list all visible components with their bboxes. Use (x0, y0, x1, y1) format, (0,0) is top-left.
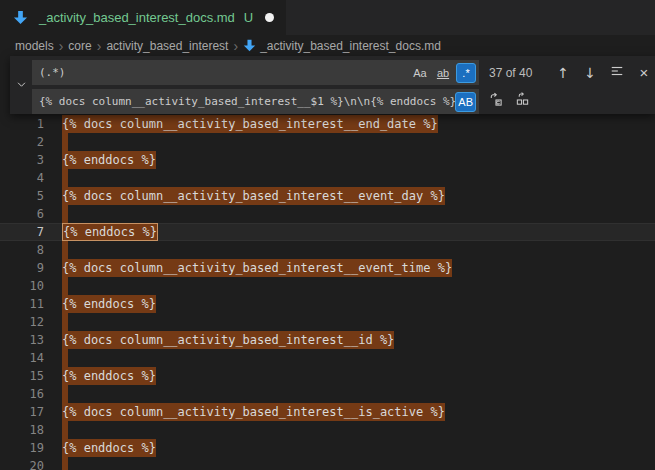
find-match-highlight (62, 421, 68, 439)
line-number: 10 (0, 277, 44, 295)
vscode-window: _activity_based_interest_docs.md U model… (0, 0, 655, 470)
find-match-highlight (62, 169, 68, 187)
whole-word-button[interactable]: ab (433, 63, 453, 83)
tab-bar: _activity_based_interest_docs.md U (0, 0, 655, 35)
editor-line[interactable]: 2 (0, 133, 655, 151)
line-number: 20 (0, 457, 44, 470)
line-number: 3 (0, 151, 44, 169)
line-number: 15 (0, 367, 44, 385)
find-match-highlight (62, 241, 68, 259)
editor-line[interactable]: 16 (0, 385, 655, 403)
find-match-highlight (62, 277, 68, 295)
editor-line[interactable]: 14 (0, 349, 655, 367)
find-row: (.*) Aa ab .* 37 of 40 ↑ ↓ × (32, 60, 655, 85)
line-number: 19 (0, 439, 44, 457)
find-match-highlight: {% enddocs %} (62, 151, 156, 169)
line-number: 8 (0, 241, 44, 259)
line-number: 1 (0, 115, 44, 133)
find-match-highlight: {% enddocs %} (62, 367, 156, 385)
line-number: 6 (0, 205, 44, 223)
markdown-file-icon (13, 10, 28, 25)
breadcrumb: models › core › activity_based_interest … (0, 35, 655, 56)
line-number: 9 (0, 259, 44, 277)
find-match-highlight: {% docs column__activity_based_interest_… (62, 115, 438, 133)
chevron-right-icon: › (233, 40, 238, 52)
editor-line[interactable]: 8 (0, 241, 655, 259)
replace-button[interactable] (484, 91, 506, 113)
breadcrumb-item-core[interactable]: core (68, 39, 91, 53)
chevron-right-icon: › (97, 40, 102, 52)
line-number: 5 (0, 187, 44, 205)
previous-match-button[interactable]: ↑ (552, 62, 574, 84)
editor-line[interactable]: 1{% docs column__activity_based_interest… (0, 115, 655, 133)
replace-row: {% docs column__activity_based_interest_… (32, 89, 655, 114)
editor-line[interactable]: 18 (0, 421, 655, 439)
line-number: 12 (0, 313, 44, 331)
modified-dot-icon[interactable] (265, 13, 274, 22)
editor-line[interactable]: 13{% docs column__activity_based_interes… (0, 331, 655, 349)
editor-line[interactable]: 19{% enddocs %} (0, 439, 655, 457)
git-status-badge: U (244, 10, 253, 25)
find-match-highlight: {% docs column__activity_based_interest_… (62, 403, 445, 421)
line-number: 17 (0, 403, 44, 421)
editor-lines: 1{% docs column__activity_based_interest… (0, 115, 655, 470)
find-match-highlight: {% enddocs %} (62, 295, 156, 313)
editor-line[interactable]: 11{% enddocs %} (0, 295, 655, 313)
editor-line[interactable]: 12 (0, 313, 655, 331)
editor-line[interactable]: 17{% docs column__activity_based_interes… (0, 403, 655, 421)
editor-line[interactable]: 15{% enddocs %} (0, 367, 655, 385)
replace-all-button[interactable] (511, 91, 533, 113)
tab-title: _activity_based_interest_docs.md (39, 10, 235, 25)
find-replace-widget: (.*) Aa ab .* 37 of 40 ↑ ↓ × (10, 56, 655, 114)
find-match-highlight: {% enddocs %} (62, 439, 156, 457)
line-number: 13 (0, 331, 44, 349)
line-number: 18 (0, 421, 44, 439)
next-match-button[interactable]: ↓ (579, 62, 601, 84)
editor-line[interactable]: 5{% docs column__activity_based_interest… (0, 187, 655, 205)
replace-icon (488, 92, 503, 111)
find-match-highlight (62, 457, 68, 470)
editor-line[interactable]: 20 (0, 457, 655, 470)
find-match-highlight (62, 313, 68, 331)
find-input[interactable]: (.*) Aa ab .* (32, 60, 479, 85)
line-number: 14 (0, 349, 44, 367)
editor-line[interactable]: 4 (0, 169, 655, 187)
editor-line[interactable]: 6 (0, 205, 655, 223)
find-match-highlight: {% docs column__activity_based_interest_… (62, 259, 452, 277)
editor[interactable]: 1{% docs column__activity_based_interest… (0, 56, 655, 470)
markdown-file-icon (243, 39, 256, 52)
match-count: 37 of 40 (489, 66, 547, 80)
match-case-button[interactable]: Aa (410, 63, 430, 83)
find-match-highlight: {% docs column__activity_based_interest_… (62, 187, 445, 205)
line-number: 4 (0, 169, 44, 187)
breadcrumb-item-file[interactable]: _activity_based_interest_docs.md (260, 39, 441, 53)
line-number: 7 (0, 223, 44, 241)
chevron-down-icon (16, 76, 27, 94)
find-value: (.*) (39, 66, 410, 79)
tab-activity-docs[interactable]: _activity_based_interest_docs.md U (0, 0, 286, 35)
preserve-case-button[interactable]: AB (455, 92, 476, 112)
editor-line[interactable]: 10 (0, 277, 655, 295)
breadcrumb-item-activity-based-interest[interactable]: activity_based_interest (106, 39, 228, 53)
find-match-highlight (62, 349, 68, 367)
find-match-highlight (62, 205, 68, 223)
line-number: 2 (0, 133, 44, 151)
regex-button[interactable]: .* (456, 63, 476, 83)
close-button[interactable]: × (633, 62, 655, 84)
replace-value: {% docs column__activity_based_interest_… (39, 95, 455, 108)
find-match-highlight: {% docs column__activity_based_interest_… (62, 331, 394, 349)
toggle-replace-button[interactable] (10, 56, 32, 114)
find-match-highlight (62, 385, 68, 403)
editor-line[interactable]: 3{% enddocs %} (0, 151, 655, 169)
breadcrumb-item-models[interactable]: models (15, 39, 54, 53)
chevron-right-icon: › (59, 40, 64, 52)
line-number: 16 (0, 385, 44, 403)
editor-line-current[interactable]: 7{% enddocs %} (0, 223, 655, 241)
selection-lines-icon (610, 64, 624, 82)
replace-all-icon (515, 92, 530, 111)
editor-line[interactable]: 9{% docs column__activity_based_interest… (0, 259, 655, 277)
find-in-selection-button[interactable] (606, 62, 628, 84)
line-number: 11 (0, 295, 44, 313)
replace-input[interactable]: {% docs column__activity_based_interest_… (32, 89, 479, 114)
current-find-match: {% enddocs %} (62, 223, 158, 241)
